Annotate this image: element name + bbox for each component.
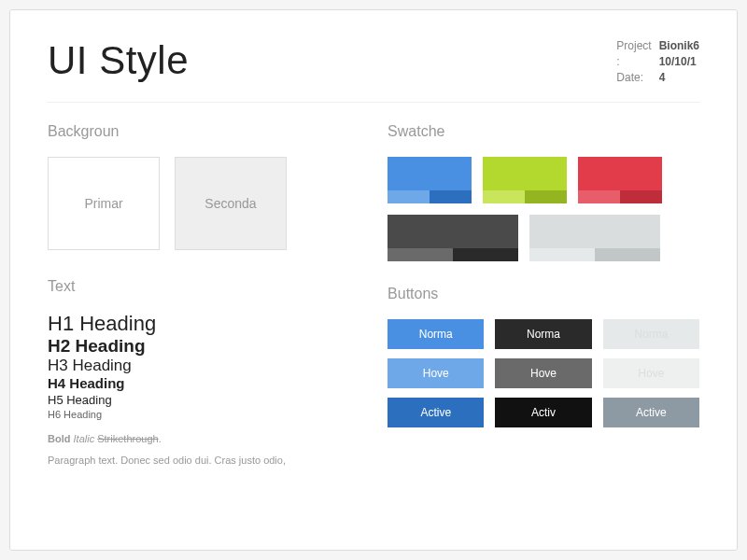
h6-sample: H6 Heading	[48, 409, 341, 420]
color-swatch	[529, 215, 660, 261]
h2-sample: H2 Heading	[48, 336, 341, 357]
button-sample[interactable]: Active	[603, 398, 699, 427]
swatch-row-1	[388, 157, 699, 203]
bold-sample: Bold	[48, 433, 70, 444]
swatch-row-2	[388, 215, 699, 261]
button-row: NormaNormaNorma	[388, 319, 699, 349]
button-row: HoveHoveHove	[388, 358, 699, 388]
columns: Backgroun Primar Seconda Text H1 Heading…	[48, 123, 699, 468]
background-primary: Primar	[48, 157, 160, 250]
swatches	[388, 157, 699, 261]
section-title-swatches: Swatche	[388, 123, 699, 140]
h4-sample: H4 Heading	[48, 375, 341, 391]
button-sample[interactable]: Activ	[495, 398, 591, 427]
meta-value-date: 10/10/1 4	[659, 54, 699, 86]
divider	[48, 102, 699, 103]
button-row: ActiveActivActive	[388, 398, 699, 427]
text-samples: H1 Heading H2 Heading H3 Heading H4 Head…	[48, 312, 341, 420]
background-secondary-label: Seconda	[204, 196, 256, 211]
button-sample[interactable]: Hove	[495, 358, 591, 388]
meta-label-project: Project :	[616, 38, 651, 70]
background-primary-label: Primar	[84, 196, 122, 211]
color-swatch	[388, 215, 518, 261]
button-sample[interactable]: Norma	[388, 319, 484, 349]
buttons-grid: NormaNormaNormaHoveHoveHoveActiveActivAc…	[388, 319, 699, 427]
button-sample[interactable]: Active	[388, 398, 484, 427]
color-swatch	[388, 157, 472, 203]
button-sample[interactable]: Hove	[603, 358, 699, 388]
background-secondary: Seconda	[175, 157, 287, 250]
meta-value-project: Bionik6	[659, 38, 699, 54]
text-styles: Bold Italic Strikethrough.	[48, 433, 341, 444]
style-guide-page: UI Style Project : Date: Bionik6 10/10/1…	[9, 9, 738, 551]
background-swatches: Primar Seconda	[48, 157, 341, 250]
button-sample[interactable]: Norma	[603, 319, 699, 349]
h5-sample: H5 Heading	[48, 393, 341, 407]
button-sample[interactable]: Hove	[388, 358, 484, 388]
button-sample[interactable]: Norma	[495, 319, 591, 349]
h3-sample: H3 Heading	[48, 357, 341, 375]
section-title-background: Backgroun	[48, 123, 341, 140]
meta: Project : Date: Bionik6 10/10/1 4	[616, 38, 699, 85]
italic-sample: Italic	[74, 433, 95, 444]
paragraph-sample: Paragraph text. Donec sed odio dui. Cras…	[48, 454, 341, 468]
strike-sample: Strikethrough	[97, 433, 158, 444]
meta-label-date: Date:	[616, 70, 651, 86]
column-right: Swatche Buttons NormaNormaNormaHoveHoveH…	[388, 123, 699, 468]
color-swatch	[578, 157, 662, 203]
color-swatch	[483, 157, 567, 203]
page-title: UI Style	[48, 38, 189, 83]
section-title-buttons: Buttons	[388, 286, 699, 302]
h1-sample: H1 Heading	[48, 312, 341, 336]
section-title-text: Text	[48, 278, 341, 295]
header: UI Style Project : Date: Bionik6 10/10/1…	[48, 38, 699, 85]
column-left: Backgroun Primar Seconda Text H1 Heading…	[48, 123, 341, 468]
